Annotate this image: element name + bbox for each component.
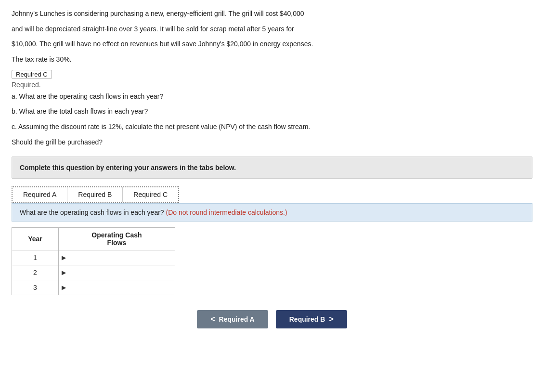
ocf-3-input[interactable] [68,280,172,295]
ocf-table-container: Year Operating CashFlows 1 ▶ 2 ▶ [12,227,175,295]
year-3-cell: 3 [12,280,59,295]
year-1-cell: 1 [12,250,59,265]
input-arrow-2: ▶ [62,269,66,276]
year-2-cell: 2 [12,265,59,280]
next-chevron-icon: > [329,315,333,324]
input-arrow-1: ▶ [62,254,66,261]
ocf-3-cell: ▶ [58,280,175,295]
bottom-navigation: < Required A Required B > [12,310,532,328]
prev-button[interactable]: < Required A [197,310,268,328]
question-banner: What are the operating cash flows in eac… [12,203,532,222]
question-text: What are the operating cash flows in eac… [20,209,164,216]
next-button[interactable]: Required B > [276,310,347,328]
complete-banner: Complete this question by entering your … [12,157,532,179]
table-row: 2 ▶ [12,265,175,280]
problem-text-line1: Johnny's Lunches is considering purchasi… [12,9,532,19]
tab-required-c[interactable]: Required C [123,187,178,202]
problem-text-line3: $10,000. The grill will have no effect o… [12,39,532,50]
next-label: Required B [289,315,325,323]
prev-label: Required A [219,315,255,323]
ocf-2-cell: ▶ [58,265,175,280]
col-header-ocf: Operating CashFlows [58,227,175,250]
problem-text-line4: The tax rate is 30%. [12,54,532,65]
required-label: Required. [12,81,532,89]
tabs-container: Required A Required B Required C [12,186,179,203]
table-row: 3 ▶ [12,280,175,295]
question-note: (Do not round intermediate calculations.… [166,209,287,216]
ocf-table: Year Operating CashFlows 1 ▶ 2 ▶ [12,227,175,295]
prev-chevron-icon: < [210,315,215,324]
input-arrow-3: ▶ [62,284,66,291]
tab-required-b[interactable]: Required B [67,187,123,202]
instruction-d: Should the grill be purchased? [12,137,532,148]
required-c-badge[interactable]: Required C [12,70,52,79]
ocf-1-cell: ▶ [58,250,175,265]
ocf-2-input[interactable] [68,265,172,280]
table-row: 1 ▶ [12,250,175,265]
tab-required-a[interactable]: Required A [13,187,67,202]
problem-section: Johnny's Lunches is considering purchasi… [12,9,532,65]
instruction-b: b. What are the total cash flows in each… [12,106,532,117]
ocf-1-input[interactable] [68,250,172,265]
instruction-c: c. Assuming the discount rate is 12%, ca… [12,122,532,132]
col-header-year: Year [12,227,59,250]
instructions-section: a. What are the operating cash flows in … [12,91,532,148]
problem-text-line2: and will be depreciated straight-line ov… [12,24,532,35]
instruction-a: a. What are the operating cash flows in … [12,91,532,102]
